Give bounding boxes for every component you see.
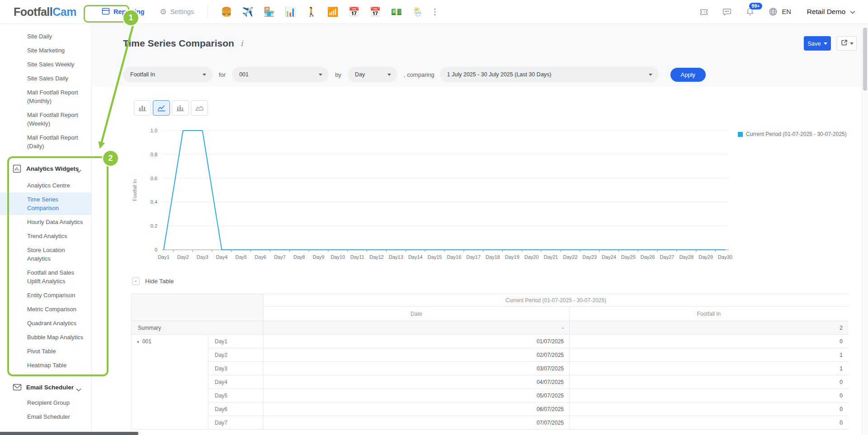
col-header-date[interactable]: Date (264, 307, 570, 321)
more-menu-icon[interactable]: ⋮ (426, 4, 443, 19)
data-table-section: Current Period (01-07-2025 - 30-07-2025)… (131, 294, 848, 435)
comparison-chart[interactable]: 00.20.40.60.81.0Day1Day2Day3Day4Day5Day6… (131, 125, 737, 263)
comparison-table: Current Period (01-07-2025 - 30-07-2025)… (131, 294, 848, 430)
svg-text:Day15: Day15 (428, 254, 442, 260)
date-cell: 05/07/2025 (264, 389, 570, 402)
sidebar-item-mall-footfall-report-monthly[interactable]: Mall Footfall Report (Monthly) (0, 85, 91, 108)
wifi-icon[interactable]: 📶 (324, 4, 341, 19)
value-cell: 0 (570, 335, 849, 348)
notifications-bell-icon[interactable]: 99+ (745, 6, 755, 17)
save-caret-icon (824, 42, 827, 47)
sidebar-section-analytics-widgets[interactable]: Analytics Widgets (0, 161, 91, 176)
svg-text:0.2: 0.2 (151, 223, 157, 229)
entity-cell[interactable]: ▾ 001 (132, 335, 208, 430)
sidebar-item-mall-footfall-report-weekly[interactable]: Mall Footfall Report (Weekly) (0, 108, 91, 131)
sidebar-item-store-location-analytics[interactable]: Store Location Analytics (0, 243, 91, 266)
svg-text:Day8: Day8 (293, 254, 305, 260)
flight-icon[interactable]: ✈️ (239, 4, 256, 19)
email-scheduler-title: Email Scheduler (26, 384, 74, 391)
weather-icon[interactable]: 🌦️ (409, 4, 426, 19)
save-button[interactable]: Save (804, 36, 831, 51)
svg-text:Day2: Day2 (177, 254, 189, 260)
date-range-select[interactable]: 1 July 2025 - 30 July 2025 (Last 30 Days… (440, 67, 659, 82)
chat-icon[interactable] (722, 6, 732, 17)
sidebar-item-recipient-group[interactable]: Recipient Group (0, 396, 91, 410)
summary-value-cell: 2 (570, 321, 849, 335)
ticket-icon[interactable] (698, 6, 709, 17)
calendar-event-icon[interactable]: 📅 (345, 4, 363, 19)
export-button[interactable] (837, 36, 857, 51)
sales-report-icon[interactable]: 📊 (282, 4, 299, 19)
dropdown-caret-icon (319, 74, 322, 78)
top-header: FootfallCam Reporting ⚙ Settings 🍔✈️🏪📊🚶📶… (0, 0, 868, 24)
svg-text:Day7: Day7 (274, 254, 286, 260)
notification-count-badge: 99+ (749, 3, 763, 9)
svg-text:Day21: Day21 (544, 254, 558, 260)
sidebar-item-site-sales-daily[interactable]: Site Sales Daily (0, 71, 91, 85)
sales-sheet-icon[interactable]: 💵 (388, 4, 405, 19)
store-icon[interactable]: 🏪 (260, 4, 278, 19)
footfall-traffic-icon[interactable]: 🚶 (303, 4, 320, 19)
sidebar-item-email-scheduler[interactable]: Email Scheduler (0, 410, 91, 424)
vertical-scrollbar[interactable] (862, 24, 868, 435)
sidebar-item-hourly-data-analytics[interactable]: Hourly Data Analytics (0, 215, 91, 229)
entity-select[interactable]: 001 (232, 67, 329, 82)
table-group-header: Current Period (01-07-2025 - 30-07-2025) (264, 294, 849, 307)
sidebar-item-heatmap-table[interactable]: Heatmap Table (0, 358, 91, 372)
apply-button[interactable]: Apply (670, 68, 706, 82)
table-row: Day707/07/20250 (132, 416, 849, 430)
sidebar-item-site-daily[interactable]: Site Daily (0, 29, 91, 43)
nav-tab-reporting[interactable]: Reporting (102, 7, 144, 17)
date-cell: 03/07/2025 (264, 362, 570, 375)
svg-text:1.0: 1.0 (151, 128, 157, 133)
info-icon[interactable]: i (239, 39, 244, 48)
logo-text-cam: Cam (52, 5, 76, 18)
sidebar-section-email-scheduler[interactable]: Email Scheduler (0, 379, 91, 395)
sidebar-item-mall-footfall-report-daily[interactable]: Mall Footfall Report (Daily) (0, 131, 91, 153)
calendar-holiday-icon[interactable]: 📅 (367, 4, 384, 19)
sidebar-item-quadrant-analytics[interactable]: Quadrant Analytics (0, 316, 91, 330)
sidebar-item-pivot-table[interactable]: Pivot Table (0, 344, 91, 358)
account-menu[interactable]: Retail Demo (807, 8, 855, 16)
logo-text-footfall: Footfall (14, 5, 52, 18)
sidebar-analytics-list: Analytics CentreTime Series ComparisonHo… (0, 178, 91, 372)
collapse-triangle-icon[interactable]: ▾ (137, 340, 139, 344)
day-cell: Day4 (208, 375, 264, 389)
collapse-minus-icon[interactable]: - (132, 277, 140, 285)
sidebar-item-site-sales-weekly[interactable]: Site Sales Weekly (0, 57, 91, 71)
sidebar-item-site-marketing[interactable]: Site Marketing (0, 43, 91, 57)
svg-text:Day4: Day4 (216, 254, 228, 260)
granularity-select[interactable]: Day (348, 67, 397, 82)
metric-select[interactable]: Footfall In (123, 67, 212, 82)
table-row: Day303/07/20251 (132, 362, 849, 375)
chart-legend[interactable]: Current Period (01-07-2025 - 30-07-2025) (738, 131, 847, 137)
stacked-bar-toggle[interactable] (172, 100, 189, 116)
horizontal-scrollbar-thumb[interactable] (0, 432, 138, 435)
area-chart-toggle[interactable] (191, 100, 208, 116)
sidebar-item-analytics-centre[interactable]: Analytics Centre (0, 178, 91, 192)
sidebar-item-bubble-map-analytics[interactable]: Bubble Map Analytics (0, 330, 91, 344)
value-cell: 0 (570, 389, 849, 402)
vertical-scrollbar-thumb[interactable] (863, 28, 867, 91)
table-row: Day202/07/20251 (132, 348, 849, 362)
day-cell: Day5 (208, 389, 264, 402)
bar-chart-toggle[interactable] (134, 100, 151, 116)
footfallcam-logo[interactable]: FootfallCam (14, 5, 76, 19)
sidebar-item-metric-comparison[interactable]: Metric Comparison (0, 302, 91, 316)
svg-text:Day12: Day12 (369, 254, 384, 260)
table-row: Day505/07/20250 (132, 389, 849, 402)
burger-icon[interactable]: 🍔 (218, 4, 235, 19)
sidebar-item-trend-analytics[interactable]: Trend Analytics (0, 229, 91, 243)
col-header-footfall-in[interactable]: Footfall In (570, 307, 849, 321)
dropdown-caret-icon (203, 74, 206, 78)
entity-select-value: 001 (239, 71, 249, 78)
line-chart-toggle[interactable] (153, 100, 170, 116)
svg-text:Day24: Day24 (602, 254, 616, 260)
date-cell: 04/07/2025 (264, 375, 570, 389)
sidebar-item-footfall-and-sales-uplift-analytics[interactable]: Footfall and Sales Uplift Analytics (0, 266, 91, 288)
hide-table-toggle[interactable]: - Hide Table (132, 277, 174, 285)
language-selector[interactable]: EN (768, 6, 791, 17)
sidebar-item-entity-comparison[interactable]: Entity Comparison (0, 288, 91, 302)
nav-tab-settings[interactable]: ⚙ Settings (160, 8, 194, 16)
sidebar-item-time-series-comparison[interactable]: Time Series Comparison (0, 192, 91, 215)
